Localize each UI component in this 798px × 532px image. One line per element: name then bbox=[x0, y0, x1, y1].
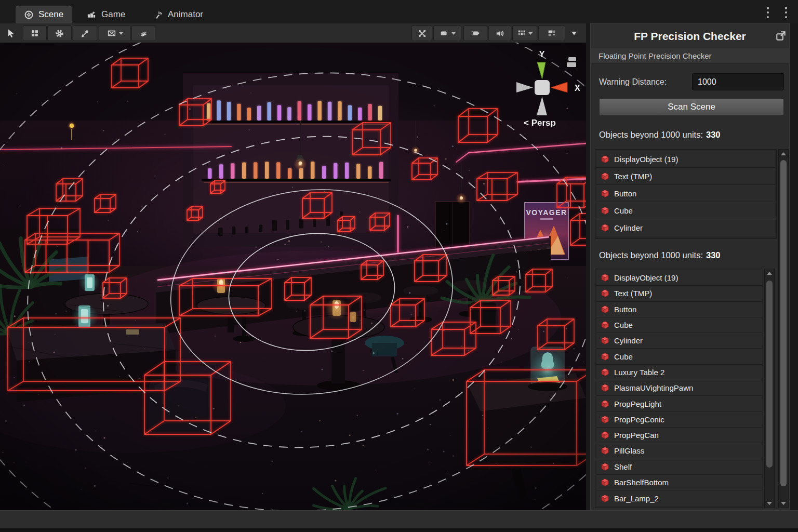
red-cube-icon bbox=[601, 305, 609, 314]
scene-3d-render: VOYAGER bbox=[0, 43, 586, 510]
layout-button[interactable] bbox=[538, 25, 565, 41]
object-name: Cylinder bbox=[614, 336, 643, 345]
audio-toggle-button[interactable] bbox=[488, 25, 511, 41]
ottoman-cube bbox=[149, 379, 212, 437]
scrollbar-thumb[interactable] bbox=[766, 281, 773, 468]
layout-blocks-icon bbox=[547, 29, 557, 38]
decal-tool-button[interactable] bbox=[131, 25, 155, 41]
object-list-item[interactable]: Shelf bbox=[596, 459, 762, 475]
red-cube-icon bbox=[601, 223, 609, 232]
gear-tool-button[interactable] bbox=[47, 25, 72, 41]
grid-icon bbox=[30, 29, 39, 38]
scene-toolbar bbox=[0, 23, 586, 43]
tab-label: Scene bbox=[38, 9, 63, 20]
maximize-view-button[interactable] bbox=[411, 25, 432, 41]
object-list-item[interactable]: Button bbox=[596, 302, 762, 317]
list2-scrollbar[interactable] bbox=[764, 269, 775, 508]
object-name: DisplayObject (19) bbox=[614, 273, 678, 282]
red-cube-icon bbox=[601, 189, 609, 198]
object-list-item[interactable]: PillGlass bbox=[596, 443, 762, 459]
tab-label: Animator bbox=[168, 9, 203, 20]
tab-game[interactable]: Game bbox=[78, 6, 134, 23]
toolbar-overflow-button[interactable] bbox=[566, 25, 582, 41]
object-list-item[interactable]: Text (TMP) bbox=[596, 168, 775, 185]
object-name: PillGlass bbox=[614, 446, 644, 455]
shaded-view-icon bbox=[439, 29, 449, 38]
grid-tool-button[interactable] bbox=[23, 25, 47, 41]
node-tool-button[interactable] bbox=[73, 25, 97, 41]
scroll-down-icon[interactable] bbox=[765, 499, 774, 508]
red-cube-icon bbox=[601, 336, 609, 345]
tab-label: Game bbox=[101, 9, 125, 20]
object-list-item[interactable]: Bar_Lamp_2 bbox=[596, 490, 762, 506]
object-name: Button bbox=[614, 189, 636, 198]
cursor-icon bbox=[6, 28, 16, 38]
shading-mode-button[interactable] bbox=[433, 25, 461, 41]
panel-scrollbar[interactable] bbox=[778, 149, 789, 508]
red-cube-icon bbox=[601, 462, 609, 471]
red-cube-icon bbox=[601, 478, 609, 487]
object-list-item[interactable]: PropPegLight bbox=[596, 396, 762, 411]
object-name: PropPegConic bbox=[614, 415, 664, 424]
object-name: Shelf bbox=[614, 462, 632, 471]
warning-distance-input[interactable] bbox=[692, 73, 784, 90]
panel-subtitle: Floating Point Precision Checker bbox=[591, 48, 789, 64]
object-list-item[interactable]: PropPegConic bbox=[596, 412, 762, 428]
gizmo-y-label: Y bbox=[539, 50, 545, 59]
object-list-2: DisplayObject (19) Text (TMP) Button Cub… bbox=[595, 269, 763, 508]
window-menu-kebab-icon[interactable] bbox=[764, 7, 772, 18]
object-name: Text (TMP) bbox=[614, 172, 652, 181]
object-list-item[interactable]: BarShelfBottom bbox=[596, 475, 762, 490]
marquee-tool-button[interactable] bbox=[99, 25, 131, 41]
object-name: Cube bbox=[614, 352, 633, 361]
object-list-item[interactable]: Cylinder bbox=[596, 219, 775, 236]
gizmos-toggle-button[interactable] bbox=[512, 25, 537, 41]
scan-scene-button[interactable]: Scan Scene bbox=[599, 98, 784, 116]
object-name: PropPegLight bbox=[614, 400, 661, 408]
object-list-item[interactable]: PropPegCan bbox=[596, 428, 762, 443]
object-list-item[interactable]: Luxury Table 2 bbox=[596, 365, 762, 380]
cursor-tool-button[interactable] bbox=[1, 25, 21, 41]
object-name: Cube bbox=[614, 206, 633, 215]
camera-icon bbox=[470, 29, 481, 38]
scrollbar-thumb[interactable] bbox=[780, 160, 787, 486]
perspective-mode-label[interactable]: < Persp bbox=[524, 118, 556, 128]
object-list-item[interactable]: Text (TMP) bbox=[596, 286, 762, 301]
scene-compass-icon bbox=[24, 10, 34, 20]
unity-editor-window: Scene Game Animator bbox=[0, 0, 798, 532]
object-list-item[interactable]: Cylinder bbox=[596, 333, 762, 349]
red-cube-icon bbox=[601, 155, 609, 164]
object-name: Text (TMP) bbox=[614, 289, 652, 298]
pop-out-icon[interactable] bbox=[775, 30, 787, 42]
chevron-down-icon bbox=[451, 32, 456, 35]
object-name: DisplayObject (19) bbox=[614, 155, 678, 164]
red-cube-icon bbox=[601, 172, 609, 181]
tab-animator[interactable]: Animator bbox=[144, 6, 211, 23]
object-list-item[interactable]: DisplayObject (19) bbox=[596, 151, 775, 168]
object-name: PlasmaUVightingPawn bbox=[614, 383, 693, 392]
object-list-item[interactable]: Cube bbox=[596, 349, 762, 364]
tab-scene[interactable]: Scene bbox=[16, 6, 72, 23]
game-icon bbox=[86, 10, 97, 20]
object-list-item[interactable]: DisplayObject (19) bbox=[596, 270, 762, 286]
object-list-item[interactable]: Cube bbox=[596, 202, 775, 219]
object-list-item[interactable]: PlasmaUVightingPawn bbox=[596, 380, 762, 396]
camera-view-button[interactable] bbox=[463, 25, 487, 41]
scene-viewport[interactable]: VOYAGER bbox=[0, 43, 586, 510]
red-cube-icon bbox=[601, 446, 609, 455]
scroll-down-icon[interactable] bbox=[779, 499, 788, 508]
red-cube-icon bbox=[601, 431, 609, 440]
scroll-up-icon[interactable] bbox=[779, 150, 788, 158]
panel-menu-kebab-icon[interactable] bbox=[782, 7, 790, 18]
warning-distance-label: Warning Distance: bbox=[599, 77, 667, 87]
object-name: Button bbox=[614, 305, 636, 314]
window-bottom-edge bbox=[0, 528, 798, 532]
decal-layers-icon bbox=[138, 29, 149, 38]
object-list-item[interactable]: Button bbox=[596, 185, 775, 202]
object-list-item[interactable]: Cube bbox=[596, 317, 762, 333]
poster-title: VOYAGER bbox=[526, 208, 567, 217]
red-cube-icon bbox=[601, 415, 609, 424]
scroll-up-icon[interactable] bbox=[765, 269, 774, 277]
object-name: BarShelfBottom bbox=[614, 478, 669, 487]
window-edge bbox=[790, 23, 798, 510]
